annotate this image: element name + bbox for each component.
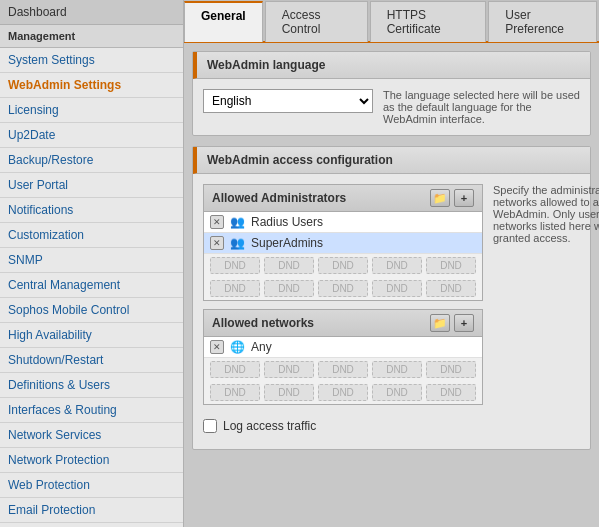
tab-user-preference[interactable]: User Preference bbox=[488, 1, 597, 42]
allowed-networks-panel: Allowed networks 📁 + ✕ 🌐 Any bbox=[203, 309, 483, 405]
language-section: WebAdmin language EnglishGermanFrenchSpa… bbox=[192, 51, 591, 136]
dnd-cell: DND bbox=[210, 280, 260, 297]
allowed-admins-label: Allowed Administrators bbox=[212, 191, 346, 205]
access-config-description: Specify the administrators and networks … bbox=[493, 184, 599, 439]
superadmins-icon: 👥 bbox=[230, 236, 245, 250]
dnd-cell: DND bbox=[318, 384, 368, 401]
radius-users-label: Radius Users bbox=[251, 215, 323, 229]
dnd-cell: DND bbox=[426, 257, 476, 274]
tab-access-control[interactable]: Access Control bbox=[265, 1, 368, 42]
allowed-networks-header: Allowed networks 📁 + bbox=[204, 310, 482, 337]
allowed-admins-actions: 📁 + bbox=[430, 189, 474, 207]
sidebar-management-header: Management bbox=[0, 25, 183, 48]
dnd-cell: DND bbox=[264, 361, 314, 378]
tab-https-certificate[interactable]: HTTPS Certificate bbox=[370, 1, 487, 42]
any-network-label: Any bbox=[251, 340, 272, 354]
networks-dnd-row-1: DND DND DND DND DND bbox=[204, 358, 482, 381]
log-access-label: Log access traffic bbox=[223, 419, 316, 433]
sidebar-items: System SettingsWebAdmin SettingsLicensin… bbox=[0, 48, 183, 527]
log-access-area: Log access traffic bbox=[203, 413, 483, 439]
sidebar-item-web-protection[interactable]: Web Protection bbox=[0, 473, 183, 498]
sidebar-item-high-availability[interactable]: High Availability bbox=[0, 323, 183, 348]
sidebar: Dashboard Management System SettingsWebA… bbox=[0, 0, 184, 527]
sidebar-item-definitions-users[interactable]: Definitions & Users bbox=[0, 373, 183, 398]
tab-general[interactable]: General bbox=[184, 1, 263, 42]
admins-dnd-row-2: DND DND DND DND DND bbox=[204, 277, 482, 300]
delete-superadmins-btn[interactable]: ✕ bbox=[210, 236, 224, 250]
sidebar-item-customization[interactable]: Customization bbox=[0, 223, 183, 248]
superadmins-label: SuperAdmins bbox=[251, 236, 323, 250]
allowed-networks-actions: 📁 + bbox=[430, 314, 474, 332]
network-row-any: ✕ 🌐 Any bbox=[204, 337, 482, 358]
tab-bar: GeneralAccess ControlHTTPS CertificateUs… bbox=[184, 0, 599, 43]
allowed-networks-add-btn[interactable]: + bbox=[454, 314, 474, 332]
language-select[interactable]: EnglishGermanFrenchSpanishItalian bbox=[203, 89, 373, 113]
sidebar-item-notifications[interactable]: Notifications bbox=[0, 198, 183, 223]
language-section-body: EnglishGermanFrenchSpanishItalian The la… bbox=[193, 79, 590, 135]
dnd-cell: DND bbox=[210, 361, 260, 378]
access-config-left: Allowed Administrators 📁 + ✕ 👥 Radius Us… bbox=[203, 184, 483, 439]
access-config-body: Allowed Administrators 📁 + ✕ 👥 Radius Us… bbox=[193, 174, 590, 449]
dnd-cell: DND bbox=[426, 361, 476, 378]
delete-radius-btn[interactable]: ✕ bbox=[210, 215, 224, 229]
access-config-section: WebAdmin access configuration Allowed Ad… bbox=[192, 146, 591, 450]
networks-dnd-row-2: DND DND DND DND DND bbox=[204, 381, 482, 404]
admin-row-radius: ✕ 👥 Radius Users bbox=[204, 212, 482, 233]
main-content: GeneralAccess ControlHTTPS CertificateUs… bbox=[184, 0, 599, 527]
language-select-container: EnglishGermanFrenchSpanishItalian bbox=[203, 89, 373, 125]
language-section-header: WebAdmin language bbox=[193, 52, 590, 79]
allowed-admins-add-btn[interactable]: + bbox=[454, 189, 474, 207]
sidebar-item-network-services[interactable]: Network Services bbox=[0, 423, 183, 448]
sidebar-item-webadmin-settings[interactable]: WebAdmin Settings bbox=[0, 73, 183, 98]
allowed-admins-folder-btn[interactable]: 📁 bbox=[430, 189, 450, 207]
dnd-cell: DND bbox=[372, 257, 422, 274]
sidebar-item-endpoint-protection[interactable]: Endpoint Protection bbox=[0, 523, 183, 527]
allowed-admins-panel: Allowed Administrators 📁 + ✕ 👥 Radius Us… bbox=[203, 184, 483, 301]
sidebar-item-snmp[interactable]: SNMP bbox=[0, 248, 183, 273]
admin-row-superadmins: ✕ 👥 SuperAdmins bbox=[204, 233, 482, 254]
allowed-networks-label: Allowed networks bbox=[212, 316, 314, 330]
sidebar-item-shutdown-restart[interactable]: Shutdown/Restart bbox=[0, 348, 183, 373]
sidebar-item-up2date[interactable]: Up2Date bbox=[0, 123, 183, 148]
sidebar-item-user-portal[interactable]: User Portal bbox=[0, 173, 183, 198]
access-config-header: WebAdmin access configuration bbox=[193, 147, 590, 174]
dnd-cell: DND bbox=[318, 361, 368, 378]
dnd-cell: DND bbox=[210, 257, 260, 274]
sidebar-item-system-settings[interactable]: System Settings bbox=[0, 48, 183, 73]
log-access-checkbox[interactable] bbox=[203, 419, 217, 433]
sidebar-item-network-protection[interactable]: Network Protection bbox=[0, 448, 183, 473]
allowed-networks-folder-btn[interactable]: 📁 bbox=[430, 314, 450, 332]
dnd-cell: DND bbox=[210, 384, 260, 401]
sidebar-item-licensing[interactable]: Licensing bbox=[0, 98, 183, 123]
content-area: WebAdmin language EnglishGermanFrenchSpa… bbox=[184, 43, 599, 527]
dnd-cell: DND bbox=[264, 257, 314, 274]
dnd-cell: DND bbox=[264, 384, 314, 401]
allowed-admins-header: Allowed Administrators 📁 + bbox=[204, 185, 482, 212]
dnd-cell: DND bbox=[318, 257, 368, 274]
dnd-cell: DND bbox=[372, 384, 422, 401]
dnd-cell: DND bbox=[318, 280, 368, 297]
dnd-cell: DND bbox=[426, 280, 476, 297]
sidebar-item-dashboard[interactable]: Dashboard bbox=[0, 0, 183, 25]
dnd-cell: DND bbox=[372, 280, 422, 297]
delete-any-btn[interactable]: ✕ bbox=[210, 340, 224, 354]
sidebar-item-central-management[interactable]: Central Management bbox=[0, 273, 183, 298]
dnd-cell: DND bbox=[264, 280, 314, 297]
sidebar-item-interfaces-routing[interactable]: Interfaces & Routing bbox=[0, 398, 183, 423]
sidebar-item-email-protection[interactable]: Email Protection bbox=[0, 498, 183, 523]
admins-dnd-row-1: DND DND DND DND DND bbox=[204, 254, 482, 277]
language-description: The language selected here will be used … bbox=[383, 89, 580, 125]
dnd-cell: DND bbox=[426, 384, 476, 401]
sidebar-item-backup-restore[interactable]: Backup/Restore bbox=[0, 148, 183, 173]
dnd-cell: DND bbox=[372, 361, 422, 378]
radius-users-icon: 👥 bbox=[230, 215, 245, 229]
any-network-icon: 🌐 bbox=[230, 340, 245, 354]
sidebar-item-sophos-mobile-control[interactable]: Sophos Mobile Control bbox=[0, 298, 183, 323]
